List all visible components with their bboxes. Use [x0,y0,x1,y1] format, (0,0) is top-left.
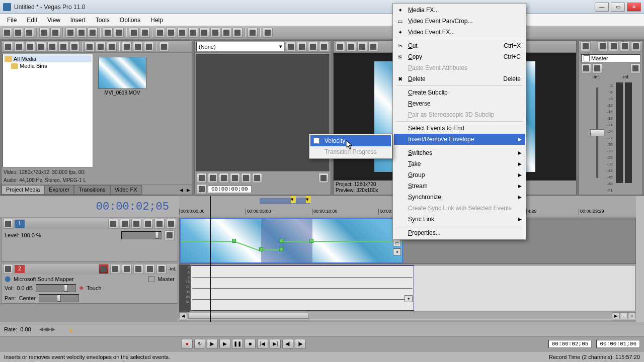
ctx-stream[interactable]: Stream▶ [394,180,525,192]
play-start-button[interactable]: ▶ [207,339,218,349]
audio-clip-fx-icon[interactable]: ✦ [405,295,413,302]
ctx-synchronize[interactable]: Synchronize▶ [394,192,525,203]
fx-timecode[interactable]: 00:00:00;00 [208,185,252,193]
clip-pan-crop-icon[interactable]: ▭ [393,239,401,246]
master-fader[interactable] [590,82,605,183]
media-tree[interactable]: All Media Media Bins [3,54,93,167]
audio-track-lane[interactable]: ✦ [190,265,636,311]
scroll-thumb[interactable] [188,313,309,319]
copy-icon[interactable] [76,28,87,38]
undo-icon[interactable] [103,28,113,38]
ctx-cut[interactable]: ✂CutCtrl+X [394,40,525,51]
crossfade-icon[interactable] [199,28,209,38]
shuttle-control[interactable]: ◀◀▶▶ [37,325,57,333]
pm-auto-icon[interactable] [144,42,154,52]
pm-stop-icon[interactable] [133,42,143,52]
fx-dropdown[interactable]: (None)▾ [196,42,285,52]
close-button[interactable]: ✕ [627,3,641,12]
master-gear-icon[interactable] [592,63,602,73]
menu-view[interactable]: View [42,16,65,25]
ctx-group[interactable]: Group▶ [394,169,525,180]
ctx-delete[interactable]: ✖DeleteDelete [394,73,525,84]
tab-explorer[interactable]: Explorer [44,185,74,195]
ctx-properties-[interactable]: Properties... [394,227,525,238]
zoom-in-icon[interactable]: + [628,312,636,319]
envelope-point[interactable] [259,247,263,251]
scroll-left-icon[interactable]: ◀ [179,312,187,319]
transport-record-time[interactable]: 00:00:01;06 [596,340,640,348]
tab-project-media[interactable]: Project Media [2,185,44,195]
cut-icon[interactable] [65,28,75,38]
master-close-icon[interactable] [581,41,591,51]
new-icon[interactable] [2,28,12,38]
master-prev-icon[interactable] [598,41,608,51]
track-mute-icon[interactable] [154,219,165,229]
snap-icon[interactable] [129,28,139,38]
tab-right-arrow-icon[interactable]: ▶ [185,185,192,195]
video-clip[interactable]: ▭ ✦ [180,218,403,263]
fx-preview-icon[interactable] [319,42,329,52]
envelope-point[interactable] [279,247,283,251]
timeline-hscroll[interactable]: ◀ ▶ − + [179,312,636,320]
tab-video-fx[interactable]: Video FX [110,185,142,195]
ctx-take[interactable]: Take▶ [394,158,525,169]
ctx-insert-remove-envelope[interactable]: Insert/Remove Envelope▶ [394,134,525,145]
track-bypass-icon[interactable] [108,219,118,229]
preview-quality-icon[interactable] [357,42,367,52]
master-down-icon[interactable] [631,41,641,51]
pm-capture-icon[interactable] [25,42,35,52]
master-dim-icon[interactable] [620,41,630,51]
stop-button[interactable]: ■ [245,339,256,349]
level-slider[interactable] [121,231,162,239]
master-next-icon[interactable] [609,41,619,51]
record-button[interactable]: ● [182,339,193,349]
menu-file[interactable]: File [2,16,22,25]
pm-close-icon[interactable] [3,42,13,52]
minimize-button[interactable]: — [595,3,609,12]
timeline-vscroll[interactable] [636,196,644,322]
fx-del-icon[interactable] [308,42,318,52]
ctx-video-event-pan-crop-[interactable]: ▭Video Event Pan/Crop... [394,16,525,27]
more-icon[interactable] [232,28,243,38]
menu-tools[interactable]: Tools [91,16,115,25]
help-icon[interactable] [248,28,258,38]
menu-help[interactable]: Help [145,16,168,25]
lock-icon[interactable] [155,28,165,38]
render-icon[interactable] [39,28,49,38]
envelope-point[interactable] [232,239,236,243]
ctx-copy[interactable]: ⎘CopyCtrl+C [394,51,525,62]
pm-play-icon[interactable] [122,42,132,52]
ctx-select-events-to-end[interactable]: Select Events to End [394,123,525,134]
ctx-create-subclip[interactable]: Create Subclip [394,87,525,98]
atrack-mute-icon[interactable] [145,264,155,274]
comp-mode-icon[interactable] [165,230,175,240]
zoom-out-icon[interactable]: − [620,312,628,319]
track-min-icon[interactable] [3,219,13,229]
tab-transitions[interactable]: Transitions [74,185,110,195]
fx-pause-icon[interactable] [230,173,240,183]
pm-import-icon[interactable] [14,42,24,52]
track-auto-icon[interactable] [143,219,153,229]
preview-ext-icon[interactable] [346,42,356,52]
marker-icon[interactable] [166,28,176,38]
pm-del-icon[interactable] [85,42,95,52]
ctx-create-sync-link-with-selected-events[interactable]: Create Sync Link with Selected Events [394,203,525,214]
fx-play-icon[interactable] [208,173,218,183]
pause-button[interactable]: ❚❚ [232,339,243,349]
track-motion-icon[interactable] [120,219,130,229]
loop-region[interactable] [260,198,310,204]
pm-remove-icon[interactable] [47,42,57,52]
clip-fx-icon[interactable]: ✦ [393,248,401,255]
tree-all-media[interactable]: All Media [4,55,92,62]
fx-add-icon[interactable] [286,42,296,52]
atrack-auto-icon[interactable] [133,264,143,274]
pm-search-icon[interactable] [107,42,117,52]
pm-prop-icon[interactable] [58,42,68,52]
pan-slider[interactable] [39,294,79,302]
tab-left-arrow-icon[interactable]: ◀ [178,185,185,195]
fx-split-icon[interactable] [252,173,262,183]
atrack-arm-icon[interactable] [110,264,120,274]
atrack-solo-icon[interactable] [156,264,167,274]
quantize-icon[interactable] [221,28,231,38]
fx-playall-icon[interactable] [219,173,229,183]
